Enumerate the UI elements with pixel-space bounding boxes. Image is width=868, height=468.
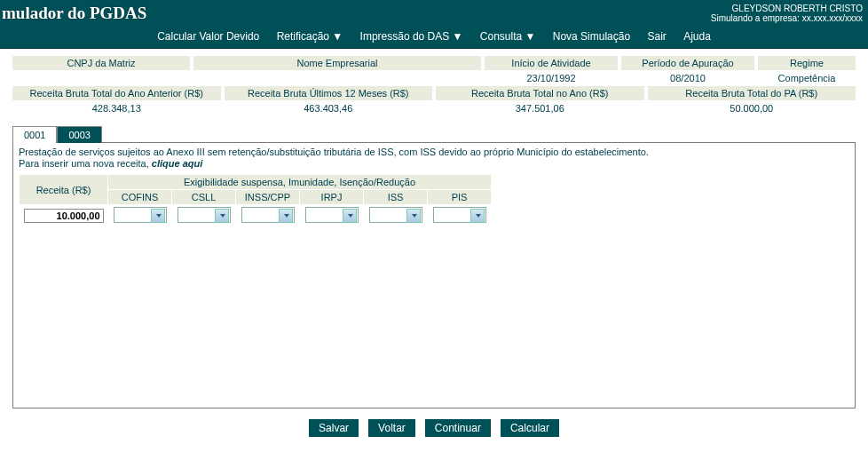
button-row: Salvar Voltar Continuar Calcular xyxy=(0,409,868,444)
col-receita: Receita (R$) xyxy=(20,175,108,205)
dropdown-cofins[interactable] xyxy=(114,207,167,223)
col-inss: INSS/CPP xyxy=(236,190,300,205)
tab-0001[interactable]: 0001 xyxy=(12,126,57,143)
panel-insert-new: Para inserir uma nova receita, clique aq… xyxy=(13,158,855,172)
receita-input[interactable] xyxy=(24,209,104,223)
menu-calcular-valor[interactable]: Calcular Valor Devido xyxy=(157,30,259,43)
app-title: mulador do PGDAS xyxy=(0,4,146,23)
label-regime: Regime xyxy=(758,56,856,70)
label-rbano: Receita Bruta Total no Ano (R$) xyxy=(436,86,644,100)
continuar-button[interactable]: Continuar xyxy=(425,419,491,437)
col-csll: CSLL xyxy=(172,190,236,205)
panel-description: Prestação de serviços sujeitos ao Anexo … xyxy=(13,143,855,158)
menu-nova-simulacao[interactable]: Nova Simulação xyxy=(553,30,630,43)
menu-ajuda[interactable]: Ajuda xyxy=(683,30,711,43)
value-rba: 428.348,13 xyxy=(12,101,221,115)
menu-impressao-das[interactable]: Impressão do DAS ▼ xyxy=(360,30,463,43)
calcular-button[interactable]: Calcular xyxy=(501,419,559,437)
label-rb12: Receita Bruta Últimos 12 Meses (R$) xyxy=(225,86,433,100)
value-inicio-atividade: 23/10/1992 xyxy=(485,71,618,85)
app-header: mulador do PGDAS GLEYDSON ROBERTH CRISTO… xyxy=(0,0,868,25)
value-periodo-apuracao: 08/2010 xyxy=(621,71,754,85)
main-panel: Prestação de serviços sujeitos ao Anexo … xyxy=(12,142,856,409)
col-group-exigibilidade: Exigibilidade suspensa, Imunidade, Isenç… xyxy=(108,175,492,190)
dropdown-pis[interactable] xyxy=(433,207,486,223)
company-info: CNPJ da Matriz Nome Empresarial Início d… xyxy=(0,49,868,115)
label-rbpa: Receita Bruta Total do PA (R$) xyxy=(648,86,856,100)
table-row xyxy=(20,205,492,227)
user-name: GLEYDSON ROBERTH CRISTO xyxy=(711,4,863,13)
value-nome-empresarial xyxy=(193,71,481,85)
label-cnpj: CNPJ da Matriz xyxy=(12,56,190,70)
menu-sair[interactable]: Sair xyxy=(647,30,666,43)
value-rb12: 463.403,46 xyxy=(225,101,433,115)
value-rbano: 347.501,06 xyxy=(436,101,644,115)
dropdown-iss[interactable] xyxy=(369,207,422,223)
label-nome-empresarial: Nome Empresarial xyxy=(193,56,481,70)
user-info: GLEYDSON ROBERTH CRISTO Simulando a empr… xyxy=(711,4,868,23)
col-pis: PIS xyxy=(428,190,492,205)
tab-0003[interactable]: 0003 xyxy=(57,126,101,143)
link-clique-aqui[interactable]: clique aqui xyxy=(152,158,202,169)
label-inicio-atividade: Início de Atividade xyxy=(485,56,618,70)
simulating-company: Simulando a empresa: xx.xxx.xxx/xxxx xyxy=(711,13,863,23)
main-menu: Calcular Valor Devido Retificação ▼ Impr… xyxy=(0,25,868,49)
dropdown-irpj[interactable] xyxy=(305,207,359,223)
voltar-button[interactable]: Voltar xyxy=(368,419,415,437)
label-periodo-apuracao: Período de Apuração xyxy=(621,56,754,70)
col-irpj: IRPJ xyxy=(300,190,364,205)
value-rbpa: 50.000,00 xyxy=(648,101,856,115)
value-cnpj xyxy=(12,71,190,85)
value-regime: Competência xyxy=(758,71,856,85)
menu-retificacao[interactable]: Retificação ▼ xyxy=(277,30,343,43)
col-cofins: COFINS xyxy=(108,190,172,205)
receita-table: Receita (R$) Exigibilidade suspensa, Imu… xyxy=(19,174,492,227)
tab-area: 0001 0003 xyxy=(0,116,868,142)
col-iss: ISS xyxy=(364,190,428,205)
salvar-button[interactable]: Salvar xyxy=(309,419,359,437)
dropdown-inss[interactable] xyxy=(241,207,295,223)
menu-consulta[interactable]: Consulta ▼ xyxy=(480,30,536,43)
label-rba: Receita Bruta Total do Ano Anterior (R$) xyxy=(12,86,221,100)
dropdown-csll[interactable] xyxy=(178,207,231,223)
